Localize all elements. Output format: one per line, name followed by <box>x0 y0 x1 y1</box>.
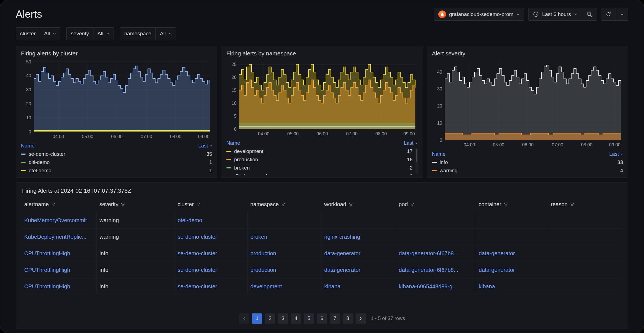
legend-rows: se-demo-cluster35ditl-demo1otel-demo1 <box>21 150 212 175</box>
cell-link[interactable]: kibana <box>321 278 396 295</box>
legend-value-header[interactable]: Last <box>198 143 212 149</box>
legend-value-header[interactable]: Last <box>609 151 623 157</box>
cell-link[interactable]: se-demo-cluster <box>175 262 248 278</box>
pagination-page-8[interactable]: 8 <box>343 313 353 324</box>
filter-icon[interactable] <box>410 203 414 206</box>
legend-item[interactable]: ditl-demo1 <box>21 158 212 166</box>
cell-link[interactable]: se-demo-cluster <box>175 278 248 295</box>
filter-icon[interactable] <box>196 203 200 206</box>
filter-icon[interactable] <box>504 203 508 206</box>
legend-name-header[interactable]: Name <box>226 140 240 146</box>
legend-item[interactable]: otel-demo1 <box>21 166 212 175</box>
pagination-page-5[interactable]: 5 <box>304 313 314 324</box>
legend-item[interactable]: production16 <box>226 155 417 164</box>
cell-link[interactable]: production <box>248 262 321 278</box>
time-range-button[interactable]: Last 6 hours <box>528 8 582 20</box>
refresh-button[interactable] <box>601 8 616 20</box>
cell-link[interactable]: data-generator-6f67b8... <box>396 262 476 278</box>
pagination-page-1[interactable]: 1 <box>252 313 262 324</box>
series-name[interactable]: development <box>234 148 404 154</box>
pagination-page-6[interactable]: 6 <box>317 313 327 324</box>
cell-text <box>476 229 548 245</box>
cell-link[interactable]: KubeMemoryOvercommit <box>22 212 97 229</box>
cell-link[interactable]: CPUThrottlingHigh <box>22 278 97 295</box>
pagination-page-3[interactable]: 3 <box>278 313 288 324</box>
legend-item[interactable]: broken2 <box>226 164 417 172</box>
legend-item[interactable]: info33 <box>432 158 623 166</box>
series-name[interactable]: broken <box>234 165 407 171</box>
series-name[interactable]: production <box>234 157 404 163</box>
legend-name-header[interactable]: Name <box>432 151 446 157</box>
column-header-container[interactable]: container <box>476 198 548 212</box>
legend-item[interactable]: se-demo-cluster35 <box>21 150 212 158</box>
cell-link[interactable]: production <box>248 245 321 262</box>
panel-title[interactable]: Alert severity <box>432 50 623 57</box>
cell-link[interactable]: kibana-6965448d89-g... <box>396 278 476 295</box>
column-header-pod[interactable]: pod <box>396 198 476 212</box>
legend-name-header[interactable]: Name <box>21 143 34 149</box>
filter-icon[interactable] <box>281 203 285 206</box>
series-name[interactable]: info <box>440 159 615 165</box>
column-header-workload[interactable]: workload <box>321 198 396 212</box>
pagination-page-4[interactable]: 4 <box>291 313 301 324</box>
cell-link[interactable]: kibana <box>476 278 548 295</box>
legend-item[interactable]: warning4 <box>432 166 623 175</box>
series-name[interactable]: se-demo-cluster <box>29 151 203 157</box>
panel-firing-alerts-table: Firing Alerts at 2024-02-16T07:07:37.378… <box>16 182 628 329</box>
cell-link[interactable]: data-generator-6f67b8... <box>396 245 476 262</box>
timeseries-chart[interactable]: 0102030405004:0005:0006:0007:0008:0009:0… <box>21 59 212 140</box>
cell-link[interactable]: se-demo-cluster <box>175 229 248 245</box>
timeseries-chart[interactable]: 051015202504:0005:0006:0007:0008:0009:00 <box>226 59 417 137</box>
legend-item[interactable]: ditl-demo-prod1 <box>226 172 417 175</box>
cell-link[interactable]: development <box>248 278 321 295</box>
filter-icon[interactable] <box>349 203 353 206</box>
series-last-value: 4 <box>620 168 623 174</box>
series-name[interactable]: ditl-demo <box>29 159 206 165</box>
cell-link[interactable]: CPUThrottlingHigh <box>22 262 97 278</box>
filter-severity-select[interactable]: All <box>93 28 114 40</box>
panel-title[interactable]: Firing alerts by cluster <box>21 50 212 57</box>
pagination-prev-button[interactable] <box>239 313 249 324</box>
filter-icon[interactable] <box>570 203 574 206</box>
column-header-namespace[interactable]: namespace <box>248 198 321 212</box>
cell-link[interactable]: nginx-crashing <box>321 229 396 245</box>
column-header-alertname[interactable]: alertname <box>22 198 97 212</box>
cell-link[interactable]: KubeDeploymentReplic... <box>22 229 97 245</box>
zoom-out-button[interactable] <box>582 8 597 20</box>
filter-severity: severity All <box>66 27 114 40</box>
pagination-next-button[interactable] <box>356 313 366 324</box>
scrollbar-thumb[interactable] <box>416 149 417 162</box>
datasource-picker[interactable]: grafanacloud-sedemo-prom <box>434 8 524 20</box>
column-header-reason[interactable]: reason <box>548 198 622 212</box>
legend-scrollbar[interactable] <box>415 148 418 174</box>
pagination-page-2[interactable]: 2 <box>265 313 275 324</box>
cell-link[interactable]: data-generator <box>476 262 548 278</box>
cell-link[interactable]: CPUThrottlingHigh <box>22 245 97 262</box>
pagination-page-7[interactable]: 7 <box>330 313 340 324</box>
legend-rows: development17production16broken2ditl-dem… <box>226 147 417 175</box>
timeseries-chart[interactable]: 01020304004:0005:0006:0007:0008:0009:00 <box>432 59 623 148</box>
cell-link[interactable]: data-generator <box>321 245 396 262</box>
cell-link[interactable]: broken <box>248 229 321 245</box>
series-name[interactable]: ditl-demo-prod <box>234 173 407 175</box>
cell-link[interactable]: se-demo-cluster <box>175 245 248 262</box>
series-name[interactable]: otel-demo <box>29 168 206 174</box>
column-header-severity[interactable]: severity <box>97 198 175 212</box>
pagination-summary: 1 - 5 of 37 rows <box>371 316 405 321</box>
cell-link[interactable]: data-generator <box>476 245 548 262</box>
filter-icon[interactable] <box>121 203 125 206</box>
filter-cluster-select[interactable]: All <box>40 28 60 40</box>
filter-icon[interactable] <box>51 203 55 206</box>
column-header-cluster[interactable]: cluster <box>175 198 248 212</box>
series-name[interactable]: warning <box>440 168 617 174</box>
cell-link[interactable]: data-generator <box>321 262 396 278</box>
panel-title[interactable]: Firing alerts by namespace <box>226 50 417 57</box>
legend-value-header[interactable]: Last <box>404 140 418 146</box>
dashboard-header: Alerts grafanacloud-sedemo-prom <box>0 0 644 21</box>
filter-namespace-select[interactable]: All <box>155 28 176 40</box>
series-color-swatch <box>432 170 437 171</box>
legend-item[interactable]: development17 <box>226 147 417 155</box>
refresh-interval-dropdown[interactable] <box>616 8 628 20</box>
legend-rows: info33warning4 <box>432 158 623 175</box>
cell-link[interactable]: otel-demo <box>175 212 248 229</box>
